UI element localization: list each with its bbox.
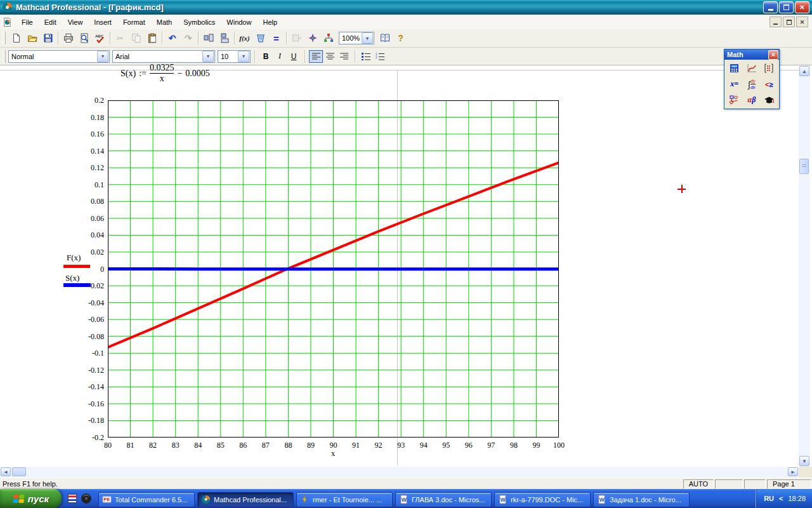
resource-tree-button[interactable] (320, 30, 336, 46)
clock[interactable]: 18:28 (788, 495, 806, 502)
menu-symbolics[interactable]: Symbolics (178, 17, 221, 28)
vertical-scrollbar[interactable]: ▲ ▼ (799, 65, 810, 467)
scroll-down-button[interactable]: ▼ (799, 456, 809, 466)
mdi-close-button[interactable]: ✕ (796, 17, 808, 27)
scroll-left-button[interactable]: ◄ (1, 467, 11, 476)
save-button[interactable] (40, 30, 56, 46)
bullet-list-button[interactable] (359, 50, 373, 63)
language-indicator[interactable]: RU (764, 495, 774, 502)
restore-button[interactable] (779, 1, 794, 13)
svg-text:PE: PE (103, 497, 110, 502)
quick-launch-shortcut-icon[interactable] (67, 493, 78, 504)
greek-palette-button[interactable]: α β (743, 93, 760, 107)
align-left-button[interactable] (309, 50, 323, 63)
evaluate-equals-button[interactable]: = (268, 30, 284, 46)
menu-edit[interactable]: Edit (39, 17, 62, 28)
scroll-up-button[interactable]: ▲ (799, 66, 809, 76)
new-button[interactable] (8, 30, 24, 46)
taskbar-task-rkr[interactable]: W rkr-a-7799.DOC - Mic... (494, 492, 591, 507)
horizontal-scrollbar[interactable]: ◄ ► (0, 467, 799, 478)
open-button[interactable] (24, 30, 40, 46)
menu-math[interactable]: Math (151, 17, 178, 28)
align-center-button[interactable] (323, 50, 337, 63)
taskbar-task-total-commander[interactable]: PE Total Commander 6.5... (98, 492, 195, 507)
toolbar-separator (110, 32, 110, 44)
evaluation-icon: x= (730, 79, 738, 89)
insert-function-button[interactable]: f(x) (237, 30, 252, 46)
tray-chevron[interactable]: < (779, 495, 783, 502)
taskbar-task-mathcad[interactable]: Mathcad Professional... (197, 492, 294, 507)
insert-unit-button[interactable] (252, 30, 268, 46)
x-tick-label: 82 (149, 441, 157, 450)
quick-launch-player-icon[interactable] (81, 493, 92, 504)
y-tick-label: -0.18 (88, 416, 104, 425)
print-preview-button[interactable] (76, 30, 92, 46)
font-select[interactable]: Arial ▼ (112, 50, 215, 63)
italic-button[interactable]: I (273, 50, 287, 63)
document-icon[interactable] (3, 17, 12, 27)
symbolic-palette-button[interactable] (761, 93, 778, 107)
font-dropdown-arrow-icon[interactable]: ▼ (202, 51, 214, 62)
taskbar-task-glava3[interactable]: W ГЛАВА 3.doc - Micros... (395, 492, 492, 507)
minimize-button[interactable] (763, 1, 778, 13)
taskbar-task-zadacha[interactable]: W Задача 1.doc - Micro... (593, 492, 690, 507)
graph-palette-button[interactable] (743, 62, 760, 75)
print-button[interactable] (60, 30, 76, 46)
start-button[interactable]: пуск (0, 489, 62, 508)
align-down-button[interactable] (216, 30, 232, 46)
page-margin-line-horizontal (0, 70, 799, 70)
menu-format[interactable]: Format (117, 17, 151, 28)
x-tick-label: 87 (262, 441, 270, 450)
mdi-minimize-button[interactable] (769, 17, 782, 27)
font-size-select[interactable]: 10 ▼ (218, 50, 251, 63)
wizard-button[interactable] (304, 30, 320, 46)
help-button[interactable]: ? (393, 30, 409, 46)
undo-button[interactable]: ↶ (164, 30, 180, 46)
legend-s-label: S(x) (65, 273, 79, 283)
boolean-palette-button[interactable]: < ≥ (761, 77, 778, 91)
vertical-scroll-thumb[interactable] (799, 159, 809, 174)
scroll-right-button[interactable]: ► (788, 467, 798, 476)
menu-window[interactable]: Window (221, 17, 257, 28)
matrix-palette-button[interactable] (761, 62, 778, 75)
font-size-value: 10 (221, 53, 228, 60)
task-label: rkr-a-7799.DOC - Mic... (511, 496, 583, 504)
plot-region[interactable] (108, 100, 559, 438)
menu-view[interactable]: View (62, 17, 89, 28)
font-size-dropdown-arrow-icon[interactable]: ▼ (238, 51, 249, 62)
word-document-icon: W (498, 495, 508, 504)
taskbar-task-rmer[interactable]: rmer - Et Tournoie... ... (296, 492, 393, 507)
zoom-select[interactable]: 100% ▼ (339, 32, 374, 44)
y-tick-label: -0.08 (88, 332, 104, 342)
evaluation-palette-button[interactable]: x= (726, 77, 743, 91)
zoom-dropdown-arrow-icon[interactable]: ▼ (362, 32, 373, 44)
calculus-palette-button[interactable]: ∫ dy dx (743, 77, 760, 91)
bold-button[interactable]: B (259, 50, 273, 63)
align-right-button[interactable] (337, 50, 351, 63)
programming-palette-button[interactable] (726, 93, 743, 107)
resource-center-button[interactable] (377, 30, 393, 46)
math-palette-title: Math (727, 51, 743, 58)
math-palette-close-button[interactable]: ✕ (768, 50, 778, 60)
align-right-icon (340, 53, 348, 60)
menu-help[interactable]: Help (257, 17, 283, 28)
align-across-button[interactable] (200, 30, 216, 46)
spell-check-button[interactable]: ABC (92, 30, 108, 46)
style-select[interactable]: Normal ▼ (8, 50, 110, 63)
style-dropdown-arrow-icon[interactable]: ▼ (97, 51, 108, 62)
menu-insert[interactable]: Insert (88, 17, 117, 28)
horizontal-scroll-thumb[interactable] (12, 467, 26, 476)
wizard-icon (308, 33, 318, 43)
y-tick-label: 0 (100, 265, 104, 274)
underline-button[interactable]: U (287, 50, 301, 63)
close-button[interactable]: ✕ (795, 1, 809, 13)
numbered-list-button[interactable]: 12 (373, 50, 387, 63)
formatbar-grip[interactable] (3, 50, 6, 63)
math-palette-titlebar[interactable]: Math ✕ (724, 50, 779, 60)
paste-button[interactable] (144, 30, 160, 46)
menu-file[interactable]: File (16, 17, 39, 28)
mdi-restore-button[interactable] (783, 17, 795, 27)
calculator-palette-button[interactable] (726, 62, 743, 75)
toolbar-grip[interactable] (3, 32, 6, 44)
formula-region[interactable]: S(x) := 0.0325 x − 0.0005 (121, 64, 210, 83)
